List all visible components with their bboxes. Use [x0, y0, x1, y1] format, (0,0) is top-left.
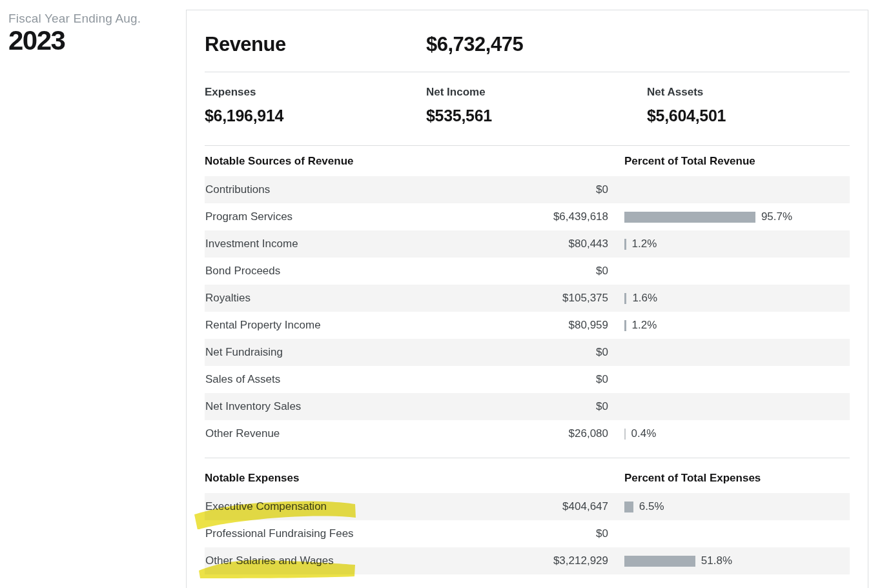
table-row: Other Salaries and Wages $3,212,929 51.8…: [205, 547, 850, 574]
fiscal-year-label: Fiscal Year Ending Aug.: [8, 12, 141, 26]
row-label-cell: Program Services: [205, 210, 495, 223]
row-percent-cell: 6.5%: [608, 500, 852, 513]
percent-bar: [624, 293, 626, 304]
row-label-cell: Professional Fundraising Fees: [205, 527, 495, 540]
row-percent-cell: 1.2%: [608, 319, 852, 332]
row-label-cell: Royalties: [205, 292, 495, 305]
row-label: Net Fundraising: [205, 346, 283, 358]
row-percent-cell: 1.6%: [608, 292, 852, 305]
stat-expenses-value: $6,196,914: [205, 106, 426, 125]
row-value: $6,439,618: [495, 210, 608, 223]
fiscal-year-block: Fiscal Year Ending Aug. 2023: [8, 12, 141, 54]
table-row: Program Services $6,439,618 95.7%: [205, 203, 850, 230]
stat-net-income-label: Net Income: [426, 86, 647, 99]
stat-net-income-value: $535,561: [426, 106, 647, 125]
row-label: Net Inventory Sales: [205, 400, 301, 412]
row-label-cell: Rental Property Income: [205, 319, 495, 332]
row-label: Professional Fundraising Fees: [205, 527, 354, 540]
stat-net-assets-label: Net Assets: [647, 86, 850, 99]
row-value: $3,212,929: [495, 554, 608, 567]
stat-expenses-label: Expenses: [205, 86, 426, 99]
expenses-percent-column-header: Percent of Total Expenses: [624, 472, 850, 485]
percent-value: 0.4%: [631, 427, 657, 440]
row-label-cell: Other Salaries and Wages: [205, 554, 495, 567]
table-row: Executive Compensation $404,647 6.5%: [205, 493, 850, 520]
table-row: Net Fundraising $0: [205, 339, 850, 366]
row-label-cell: Sales of Assets: [205, 373, 495, 386]
row-percent-cell: 95.7%: [608, 210, 852, 223]
row-label-cell: Net Inventory Sales: [205, 400, 495, 413]
percent-bar: [624, 556, 695, 567]
row-label: Executive Compensation: [205, 500, 327, 512]
row-label: Rental Property Income: [205, 319, 321, 331]
divider: [205, 145, 850, 146]
table-row: Investment Income $80,443 1.2%: [205, 230, 850, 258]
expenses-table: Executive Compensation $404,647 6.5% Pro…: [205, 493, 850, 574]
row-label: Sales of Assets: [205, 373, 280, 385]
row-label: Investment Income: [205, 238, 298, 250]
table-row: Sales of Assets $0: [205, 366, 850, 393]
table-row: Contributions $0: [205, 176, 850, 203]
stat-net-income: Net Income $535,561: [426, 86, 647, 125]
row-value: $0: [495, 346, 608, 359]
row-label-cell: Other Revenue: [205, 427, 495, 440]
summary-stats: Expenses $6,196,914 Net Income $535,561 …: [205, 72, 850, 145]
percent-bar: [624, 502, 633, 512]
row-label: Other Salaries and Wages: [205, 554, 334, 567]
percent-value: 51.8%: [701, 554, 732, 567]
stat-net-assets-value: $5,604,501: [647, 106, 850, 125]
percent-value: 6.5%: [639, 500, 664, 513]
row-label: Royalties: [205, 292, 251, 304]
revenue-amount: $6,732,475: [426, 34, 850, 56]
table-row: Professional Fundraising Fees $0: [205, 520, 850, 547]
revenue-title: Revenue: [205, 34, 426, 56]
revenue-section-header: Notable Sources of Revenue Percent of To…: [205, 155, 850, 168]
percent-bar: [624, 320, 626, 331]
row-value: $26,080: [495, 427, 608, 440]
row-percent-cell: 0.4%: [608, 427, 852, 440]
table-row: Rental Property Income $80,959 1.2%: [205, 312, 850, 339]
row-label-cell: Bond Proceeds: [205, 265, 495, 278]
percent-bar: [624, 212, 755, 223]
row-label: Bond Proceeds: [205, 265, 280, 277]
fiscal-year-value: 2023: [8, 27, 141, 54]
row-value: $0: [495, 527, 608, 540]
row-percent-cell: 1.2%: [608, 238, 852, 250]
financial-summary-card: Revenue $6,732,475 Expenses $6,196,914 N…: [186, 10, 868, 588]
table-row: Net Inventory Sales $0: [205, 393, 850, 420]
row-percent-cell: 51.8%: [608, 554, 852, 567]
row-label: Contributions: [205, 183, 270, 196]
row-label-cell: Net Fundraising: [205, 346, 495, 359]
row-value: $0: [495, 183, 608, 196]
row-label-cell: Contributions: [205, 183, 495, 196]
percent-bar: [624, 429, 626, 440]
revenue-section-title: Notable Sources of Revenue: [205, 155, 624, 168]
row-label-cell: Investment Income: [205, 238, 495, 250]
table-row: Bond Proceeds $0: [205, 258, 850, 285]
row-value: $404,647: [495, 500, 608, 513]
revenue-header: Revenue $6,732,475: [205, 10, 850, 72]
row-label: Other Revenue: [205, 427, 280, 440]
row-value: $0: [495, 400, 608, 413]
row-value: $80,959: [495, 319, 608, 332]
revenue-table: Contributions $0 Program Services $6,439…: [205, 176, 850, 447]
percent-value: 1.2%: [632, 319, 657, 332]
row-value: $0: [495, 373, 608, 386]
percent-value: 95.7%: [761, 210, 792, 223]
table-row: Royalties $105,375 1.6%: [205, 285, 850, 312]
stat-net-assets: Net Assets $5,604,501: [647, 86, 850, 125]
percent-value: 1.2%: [632, 238, 657, 250]
percent-value: 1.6%: [632, 292, 657, 305]
revenue-percent-column-header: Percent of Total Revenue: [624, 155, 850, 168]
table-row: Other Revenue $26,080 0.4%: [205, 420, 850, 447]
row-value: $0: [495, 265, 608, 278]
expenses-section-header: Notable Expenses Percent of Total Expens…: [205, 472, 850, 485]
row-label: Program Services: [205, 210, 292, 223]
divider: [205, 458, 850, 458]
row-value: $105,375: [495, 292, 608, 305]
stat-expenses: Expenses $6,196,914: [205, 86, 426, 125]
percent-bar: [624, 239, 626, 250]
row-label-cell: Executive Compensation: [205, 500, 495, 513]
expenses-section-title: Notable Expenses: [205, 472, 624, 485]
row-value: $80,443: [495, 238, 608, 250]
